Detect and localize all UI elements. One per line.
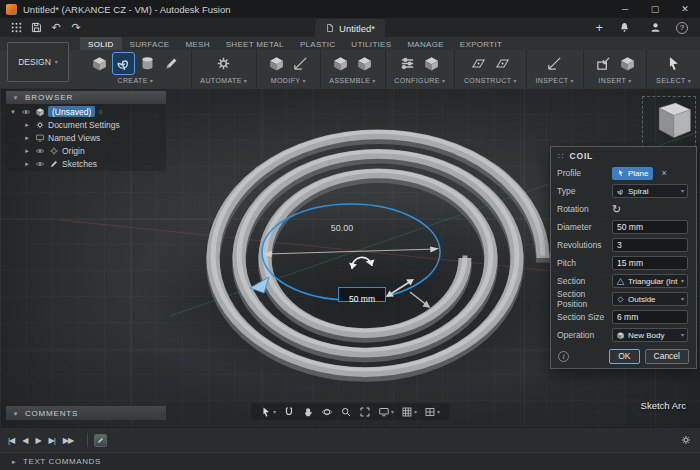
modify-menu[interactable]: MODIFY▾ xyxy=(271,77,306,84)
viewports-settings[interactable]: ▾ xyxy=(424,406,440,418)
maximize-button[interactable]: ▢ xyxy=(640,0,670,18)
snap-tool[interactable] xyxy=(283,406,295,418)
save-icon[interactable] xyxy=(26,20,46,36)
expand-chevron-icon[interactable]: ▸ xyxy=(23,147,31,154)
insert-menu[interactable]: INSERT▾ xyxy=(598,77,631,84)
coil-tool-icon[interactable] xyxy=(113,53,134,74)
assemble-icon[interactable] xyxy=(354,53,375,74)
timeline-step-back-button[interactable]: ◀ xyxy=(22,436,27,445)
browser-row-origin[interactable]: ▸ Origin xyxy=(6,144,166,157)
timeline-settings-gear-icon[interactable] xyxy=(680,434,692,446)
drag-grip-icon[interactable]: ∷ xyxy=(558,151,565,161)
tab-surface[interactable]: SURFACE xyxy=(122,37,178,50)
select-tool-icon[interactable] xyxy=(663,53,684,74)
browser-row-document-settings[interactable]: ▸ Document Settings xyxy=(6,118,166,131)
display-settings[interactable]: ▾ xyxy=(378,406,394,418)
expand-chevron-icon[interactable]: ▸ xyxy=(23,160,31,167)
collapse-chevron-icon[interactable]: ▾ xyxy=(12,410,20,417)
expand-chevron-icon[interactable]: ▸ xyxy=(23,134,31,141)
ok-button[interactable]: OK xyxy=(609,349,639,364)
workspace-selector[interactable]: DESIGN ▾ xyxy=(7,42,69,82)
notifications-bell-icon[interactable] xyxy=(614,20,634,36)
minimize-button[interactable]: ─ xyxy=(610,0,640,18)
dimension-input[interactable] xyxy=(339,293,385,306)
tab-solid[interactable]: SOLID xyxy=(80,37,122,50)
browser-row-root[interactable]: ▾ (Unsaved) ○ xyxy=(6,105,166,118)
new-component-icon[interactable] xyxy=(89,53,110,74)
tab-manage[interactable]: MANAGE xyxy=(399,37,451,50)
press-pull-icon[interactable] xyxy=(266,53,287,74)
comments-panel[interactable]: ▾ COMMENTS xyxy=(6,406,166,420)
browser-header[interactable]: ▾ BROWSER xyxy=(6,91,166,104)
create-sketch-icon[interactable] xyxy=(161,53,182,74)
timeline-feature-sketch[interactable] xyxy=(94,434,107,447)
operation-dropdown[interactable]: New Body ▾ xyxy=(612,328,688,342)
select-menu[interactable]: SELECT▾ xyxy=(656,77,691,84)
insert-mesh-icon[interactable] xyxy=(593,53,614,74)
type-dropdown[interactable]: Spiral ▾ xyxy=(612,184,688,198)
automate-icon[interactable] xyxy=(213,53,234,74)
timeline-play-button[interactable]: ▶ xyxy=(35,436,40,445)
axis-icon[interactable] xyxy=(492,53,513,74)
orbit-tool[interactable] xyxy=(321,406,333,418)
section-dropdown[interactable]: Triangular (Int... ▾ xyxy=(612,274,688,288)
timeline-step-forward-button[interactable]: ▶| xyxy=(49,436,55,445)
section-position-dropdown[interactable]: Outside ▾ xyxy=(612,292,688,306)
fit-view[interactable] xyxy=(359,406,371,418)
clear-selection-icon[interactable]: × xyxy=(661,168,666,178)
pan-tool[interactable] xyxy=(302,406,314,418)
construct-menu[interactable]: CONSTRUCT▾ xyxy=(464,77,517,84)
collapse-chevron-icon[interactable]: ▾ xyxy=(12,94,20,101)
coil-dialog-header[interactable]: ∷ COIL xyxy=(551,147,696,164)
measure-icon[interactable] xyxy=(544,53,565,74)
user-avatar-icon[interactable] xyxy=(645,20,665,36)
viewport[interactable]: 50.00 ▾ BROWSER ▾ (Unsave xyxy=(0,88,700,427)
insert-derive-icon[interactable] xyxy=(617,53,638,74)
expand-chevron-icon[interactable]: ▸ xyxy=(10,458,18,465)
view-cube[interactable] xyxy=(642,96,696,148)
help-icon[interactable]: ? xyxy=(676,22,688,34)
browser-row-sketches[interactable]: ▸ Sketches xyxy=(6,157,166,170)
section-size-input[interactable] xyxy=(612,310,688,324)
pitch-input[interactable] xyxy=(612,256,688,270)
info-icon[interactable]: i xyxy=(558,351,569,362)
diameter-input[interactable] xyxy=(612,220,688,234)
extrude-icon[interactable] xyxy=(137,53,158,74)
visibility-eye-icon[interactable] xyxy=(34,158,45,169)
configuration-table-icon[interactable] xyxy=(421,53,442,74)
timeline-go-start-button[interactable]: |◀ xyxy=(8,436,14,445)
configure-icon[interactable] xyxy=(397,53,418,74)
tab-sheet-metal[interactable]: SHEET METAL xyxy=(218,37,292,50)
browser-row-named-views[interactable]: ▸ Named Views xyxy=(6,131,166,144)
redo-icon[interactable]: ↷ xyxy=(66,20,86,36)
grid-settings[interactable]: ▾ xyxy=(401,406,417,418)
document-tab[interactable]: Untitled* xyxy=(315,19,385,37)
visibility-eye-icon[interactable] xyxy=(34,145,45,156)
close-button[interactable]: ✕ xyxy=(670,0,700,18)
tab-utilities[interactable]: UTILITIES xyxy=(343,37,399,50)
tab-plastic[interactable]: PLASTIC xyxy=(292,37,343,50)
joint-icon[interactable] xyxy=(330,53,351,74)
app-menu-icon[interactable] xyxy=(6,20,26,36)
tab-mesh[interactable]: MESH xyxy=(177,37,217,50)
expand-chevron-icon[interactable]: ▸ xyxy=(23,121,31,128)
root-document-label[interactable]: (Unsaved) xyxy=(48,106,95,117)
revolutions-input[interactable] xyxy=(612,238,688,252)
tab-exportit[interactable]: EXPORTIT xyxy=(452,37,510,50)
inspect-menu[interactable]: INSPECT▾ xyxy=(535,77,574,84)
selection-tools[interactable]: ▾ xyxy=(260,406,276,418)
visibility-eye-icon[interactable] xyxy=(20,106,31,117)
create-menu[interactable]: CREATE▾ xyxy=(117,77,153,84)
expand-chevron-icon[interactable]: ▾ xyxy=(9,108,17,115)
undo-icon[interactable]: ↶ xyxy=(46,20,66,36)
automate-menu[interactable]: AUTOMATE▾ xyxy=(200,77,247,84)
zoom-tool[interactable] xyxy=(340,406,352,418)
text-commands-bar[interactable]: ▸ TEXT COMMANDS xyxy=(0,452,700,470)
configure-menu[interactable]: CONFIGURE▾ xyxy=(394,77,445,84)
rotation-direction-toggle[interactable]: ↻ xyxy=(612,203,621,216)
fillet-icon[interactable] xyxy=(290,53,311,74)
assemble-menu[interactable]: ASSEMBLE▾ xyxy=(329,77,375,84)
profile-selection-chip[interactable]: Plane xyxy=(612,167,653,180)
construction-plane-icon[interactable] xyxy=(468,53,489,74)
new-document-icon[interactable]: + xyxy=(595,21,603,34)
